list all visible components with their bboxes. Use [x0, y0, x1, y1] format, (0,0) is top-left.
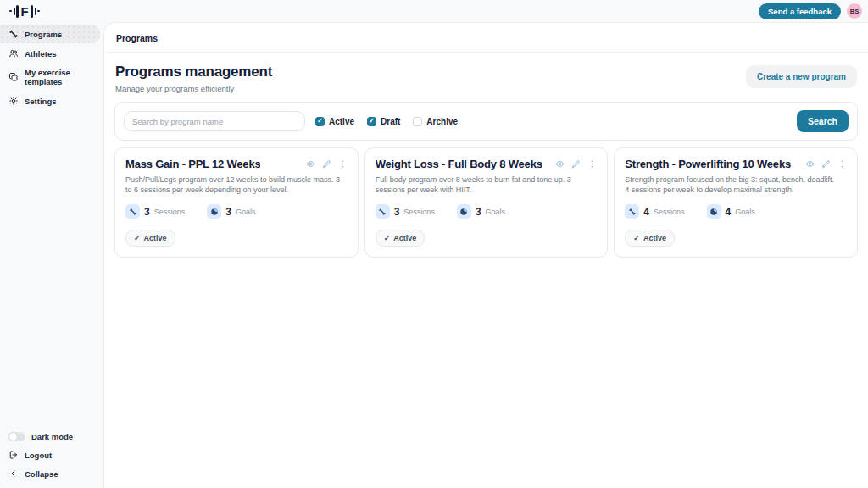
sidebar-item-athletes[interactable]: Athletes — [0, 44, 103, 63]
program-title: Strength - Powerlifting 10 Weeks — [625, 158, 791, 172]
sidebar-item-label: Settings — [25, 97, 56, 106]
view-icon[interactable] — [306, 159, 315, 169]
goals-count: 3 — [225, 206, 231, 218]
program-card: Strength - Powerlifting 10 Weeks — [614, 147, 858, 258]
programs-grid: Mass Gain - PPL 12 Weeks — [114, 147, 858, 258]
program-card: Mass Gain - PPL 12 Weeks — [114, 147, 359, 258]
page-title: Programs management — [115, 64, 272, 80]
sidebar-item-label: Programs — [25, 30, 62, 39]
program-description: Strength program focused on the big 3: s… — [625, 175, 840, 196]
filter-label: Draft — [381, 117, 400, 126]
status-label: Active — [144, 234, 167, 242]
more-options-icon[interactable] — [837, 159, 847, 169]
filter-draft[interactable]: Draft — [367, 117, 400, 126]
search-panel: Active Draft Archive Search — [114, 102, 858, 141]
search-input[interactable] — [124, 111, 305, 131]
status-badge: ✓ Active — [625, 230, 675, 247]
users-icon — [8, 48, 19, 58]
more-options-icon[interactable] — [587, 159, 597, 169]
sidebar-item-programs[interactable]: Programs — [0, 25, 100, 43]
filter-label: Active — [329, 117, 354, 126]
target-icon — [457, 204, 471, 219]
goals-label: Goals — [486, 208, 506, 216]
view-icon[interactable] — [555, 159, 565, 169]
sessions-count: 3 — [394, 206, 400, 218]
dumbbell-icon — [376, 204, 390, 219]
status-label: Active — [643, 234, 666, 242]
goals-stat: 4 Goals — [707, 204, 755, 219]
create-program-button[interactable]: Create a new program — [746, 65, 857, 88]
sidebar-item-settings[interactable]: Settings — [0, 92, 103, 110]
logout-icon — [8, 450, 19, 460]
checkbox-icon[interactable] — [367, 117, 376, 126]
dumbbell-icon — [8, 29, 19, 39]
status-badge: ✓ Active — [125, 230, 175, 247]
sessions-stat: 3 Sessions — [376, 204, 435, 219]
sidebar: Programs Athletes My exercise templates … — [0, 24, 103, 488]
checkbox-icon[interactable] — [413, 117, 422, 126]
sessions-stat: 3 Sessions — [125, 204, 185, 219]
check-icon: ✓ — [633, 234, 640, 242]
dumbbell-icon — [125, 204, 140, 219]
dark-mode-toggle[interactable] — [8, 432, 25, 441]
breadcrumb-row: Programs — [104, 23, 868, 53]
collapse-label: Collapse — [25, 469, 58, 479]
edit-icon[interactable] — [322, 159, 331, 169]
status-badge: ✓ Active — [376, 230, 426, 247]
sidebar-item-templates[interactable]: My exercise templates — [0, 64, 103, 91]
goals-stat: 3 Goals — [207, 204, 255, 219]
program-card: Weight Loss - Full Body 8 Weeks — [364, 147, 609, 258]
target-icon — [207, 204, 221, 219]
program-title: Mass Gain - PPL 12 Weeks — [125, 158, 260, 172]
goals-count: 4 — [726, 206, 732, 218]
gear-icon — [8, 96, 19, 106]
logout-label: Logout — [25, 451, 52, 460]
status-label: Active — [393, 234, 416, 242]
app-logo: F — [9, 5, 40, 18]
program-title: Weight Loss - Full Body 8 Weeks — [376, 158, 542, 172]
dark-mode-label: Dark mode — [31, 432, 73, 441]
logout-button[interactable]: Logout — [0, 446, 103, 464]
program-description: Push/Pull/Legs program over 12 weeks to … — [125, 175, 341, 196]
check-icon: ✓ — [384, 234, 391, 242]
send-feedback-button[interactable]: Send a feedback — [759, 3, 841, 19]
sessions-label: Sessions — [654, 208, 685, 216]
top-bar: F Send a feedback BS — [0, 0, 868, 22]
page-subtitle: Manage your programs efficiently — [115, 84, 272, 93]
goals-label: Goals — [735, 208, 755, 216]
sidebar-item-label: Athletes — [25, 49, 56, 58]
sessions-stat: 4 Sessions — [625, 204, 684, 219]
dark-mode-row: Dark mode — [0, 428, 103, 446]
check-icon: ✓ — [134, 234, 141, 242]
search-button[interactable]: Search — [797, 110, 849, 132]
view-icon[interactable] — [805, 159, 815, 169]
main-panel: Programs Programs management Manage your… — [103, 22, 868, 488]
filter-archive[interactable]: Archive — [413, 117, 458, 126]
breadcrumb: Programs — [116, 33, 158, 43]
edit-icon[interactable] — [821, 159, 831, 169]
logo-letter: F — [21, 5, 29, 18]
sessions-count: 3 — [144, 206, 150, 218]
chevron-left-icon — [8, 469, 19, 479]
templates-icon — [8, 72, 19, 82]
more-options-icon[interactable] — [338, 159, 348, 169]
checkbox-icon[interactable] — [315, 117, 325, 126]
goals-count: 3 — [476, 206, 481, 218]
sidebar-item-label: My exercise templates — [25, 68, 95, 86]
target-icon — [707, 204, 721, 219]
goals-stat: 3 Goals — [457, 204, 505, 219]
goals-label: Goals — [236, 208, 256, 216]
program-description: Full body program over 8 weeks to burn f… — [376, 175, 591, 196]
filter-label: Archive — [426, 117, 458, 126]
sessions-count: 4 — [643, 206, 649, 218]
dumbbell-icon — [625, 204, 639, 219]
edit-icon[interactable] — [571, 159, 581, 169]
sessions-label: Sessions — [403, 208, 435, 216]
filter-active[interactable]: Active — [315, 117, 354, 126]
user-avatar[interactable]: BS — [847, 3, 862, 19]
sessions-label: Sessions — [154, 208, 186, 216]
collapse-button[interactable]: Collapse — [0, 464, 103, 483]
